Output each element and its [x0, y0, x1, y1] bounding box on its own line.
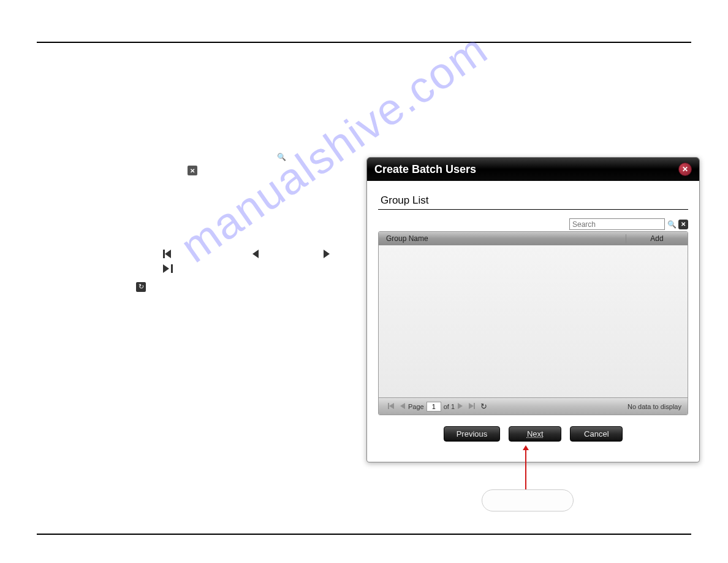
- next-page-icon: [321, 249, 331, 259]
- svg-marker-2: [400, 403, 405, 409]
- svg-marker-3: [458, 403, 463, 409]
- first-page-icon[interactable]: [385, 402, 397, 411]
- group-grid: Group Name Add Page of 1: [378, 231, 688, 415]
- refresh-icon[interactable]: ↻: [478, 402, 490, 411]
- search-row: 🔍: [378, 218, 688, 230]
- cancel-button[interactable]: Cancel: [570, 426, 623, 442]
- refresh-icon: [136, 282, 146, 292]
- prev-page-icon[interactable]: [397, 402, 408, 411]
- divider-top: [37, 42, 691, 43]
- callout-bubble: [482, 489, 574, 511]
- dialog-body: Group List 🔍 Group Name Add Page: [367, 181, 699, 449]
- grid-pager: Page of 1 ↻ No data to display: [379, 397, 688, 415]
- next-page-icon[interactable]: [455, 402, 466, 411]
- svg-marker-1: [389, 403, 394, 409]
- last-page-icon[interactable]: [466, 402, 478, 411]
- search-input[interactable]: [569, 218, 665, 230]
- svg-marker-4: [469, 403, 474, 409]
- clear-search-icon[interactable]: [678, 220, 688, 229]
- svg-rect-0: [388, 403, 389, 409]
- section-rule: [378, 209, 688, 210]
- next-button[interactable]: Next: [509, 426, 561, 442]
- close-icon: [188, 166, 197, 175]
- previous-button[interactable]: Previous: [444, 426, 501, 442]
- search-icon: [277, 151, 287, 161]
- page-input[interactable]: [427, 402, 441, 412]
- empty-text: No data to display: [628, 403, 681, 410]
- grid-body: [379, 245, 688, 397]
- section-title: Group List: [378, 194, 688, 207]
- column-add[interactable]: Add: [626, 234, 688, 243]
- prev-page-icon: [251, 249, 261, 259]
- dialog-titlebar: Create Batch Users: [367, 158, 699, 181]
- page-of-label: of 1: [444, 403, 455, 410]
- grid-header: Group Name Add: [379, 232, 688, 245]
- callout-arrow: [525, 449, 526, 489]
- dialog-footer: Previous Next Cancel: [378, 426, 688, 442]
- page-label: Page: [408, 403, 424, 410]
- first-page-icon: [163, 249, 173, 259]
- last-page-icon: [163, 264, 173, 274]
- dialog-title: Create Batch Users: [374, 163, 476, 176]
- create-batch-users-dialog: Create Batch Users Group List 🔍 Group Na…: [366, 157, 700, 462]
- svg-rect-5: [474, 403, 475, 409]
- close-icon[interactable]: [678, 163, 692, 176]
- divider-bottom: [37, 534, 691, 535]
- column-group-name[interactable]: Group Name: [379, 234, 626, 243]
- search-icon[interactable]: 🔍: [666, 219, 677, 230]
